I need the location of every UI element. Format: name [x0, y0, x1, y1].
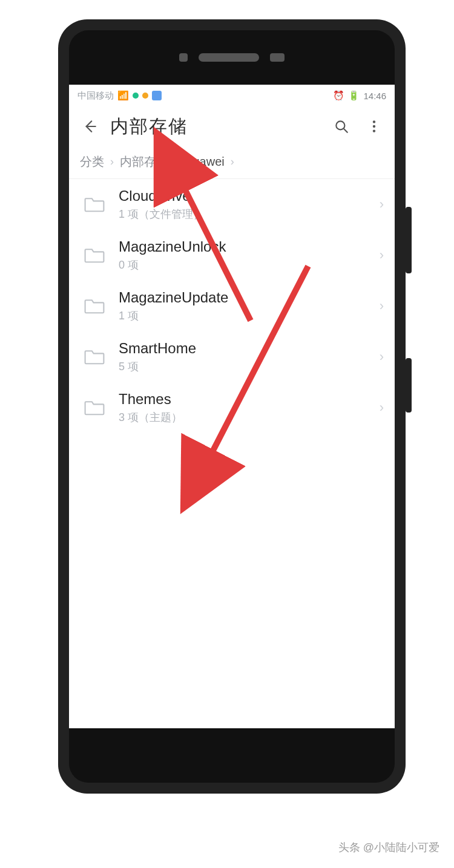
side-button-volume — [406, 207, 412, 273]
status-dot-green — [133, 93, 139, 99]
folder-icon — [82, 192, 107, 217]
folder-name: CloudDrive — [119, 188, 367, 204]
breadcrumb-item[interactable]: 分类 — [80, 154, 104, 170]
list-item[interactable]: MagazineUpdate 1 项 › — [69, 281, 395, 331]
status-dot-orange — [142, 93, 148, 99]
chevron-right-icon: › — [110, 155, 114, 168]
list-item[interactable]: MagazineUnlock 0 项 › — [69, 230, 395, 281]
svg-point-3 — [373, 129, 375, 132]
folder-name: MagazineUnlock — [119, 238, 367, 255]
status-bar: 中国移动 📶 ⏰ 🔋 14:46 — [69, 85, 395, 106]
chevron-right-icon: › — [380, 298, 384, 314]
phone-bottom-bezel — [69, 728, 395, 783]
folder-sub: 5 项 — [119, 359, 367, 374]
back-button[interactable] — [77, 114, 102, 139]
list-item[interactable]: SmartHome 5 项 › — [69, 331, 395, 382]
app-header: 内部存储 — [69, 106, 395, 146]
svg-point-0 — [336, 121, 344, 129]
folder-sub: 0 项 — [119, 258, 367, 272]
side-button-power — [406, 358, 412, 413]
list-item[interactable]: Themes 3 项（主题） › — [69, 382, 395, 433]
arrow-left-icon — [82, 119, 97, 134]
folder-sub: 1 项（文件管理） — [119, 207, 367, 221]
chevron-right-icon: › — [174, 155, 178, 168]
svg-point-1 — [373, 120, 375, 123]
search-button[interactable] — [329, 114, 354, 139]
more-button[interactable] — [362, 114, 386, 139]
chevron-right-icon: › — [231, 155, 234, 168]
signal-icon: 📶 — [117, 90, 129, 101]
more-vertical-icon — [366, 119, 382, 134]
folder-name: MagazineUpdate — [119, 289, 367, 306]
folder-sub: 1 项 — [119, 308, 367, 323]
svg-point-2 — [373, 125, 375, 128]
chevron-right-icon: › — [380, 349, 384, 365]
carrier-label: 中国移动 — [77, 90, 114, 102]
folder-icon — [82, 243, 107, 267]
watermark-label: 头条 @小陆陆小可爱 — [338, 840, 439, 855]
folder-name: Themes — [119, 391, 367, 408]
phone-frame: 中国移动 📶 ⏰ 🔋 14:46 内部存储 — [58, 19, 406, 794]
status-square-blue — [152, 91, 162, 100]
folder-name: SmartHome — [119, 340, 367, 357]
breadcrumb: 分类 › 内部存储 › Huawei › — [69, 146, 395, 179]
chevron-right-icon: › — [380, 247, 384, 263]
folder-icon — [82, 396, 107, 420]
folder-sub: 3 项（主题） — [119, 410, 367, 425]
folder-list: CloudDrive 1 项（文件管理） › MagazineUnlock 0 … — [69, 179, 395, 433]
chevron-right-icon: › — [380, 400, 384, 416]
phone-screen: 中国移动 📶 ⏰ 🔋 14:46 内部存储 — [69, 85, 395, 728]
breadcrumb-item[interactable]: Huawei — [184, 155, 225, 169]
alarm-icon: ⏰ — [333, 90, 344, 101]
folder-icon — [82, 345, 107, 369]
chevron-right-icon: › — [380, 197, 384, 212]
phone-top-bezel — [69, 30, 395, 85]
list-item[interactable]: CloudDrive 1 项（文件管理） › — [69, 179, 395, 230]
search-icon — [334, 119, 349, 134]
page-title: 内部存储 — [110, 114, 321, 139]
clock-label: 14:46 — [363, 91, 386, 101]
folder-icon — [82, 294, 107, 318]
battery-icon: 🔋 — [348, 90, 360, 101]
breadcrumb-item[interactable]: 内部存储 — [120, 154, 168, 170]
